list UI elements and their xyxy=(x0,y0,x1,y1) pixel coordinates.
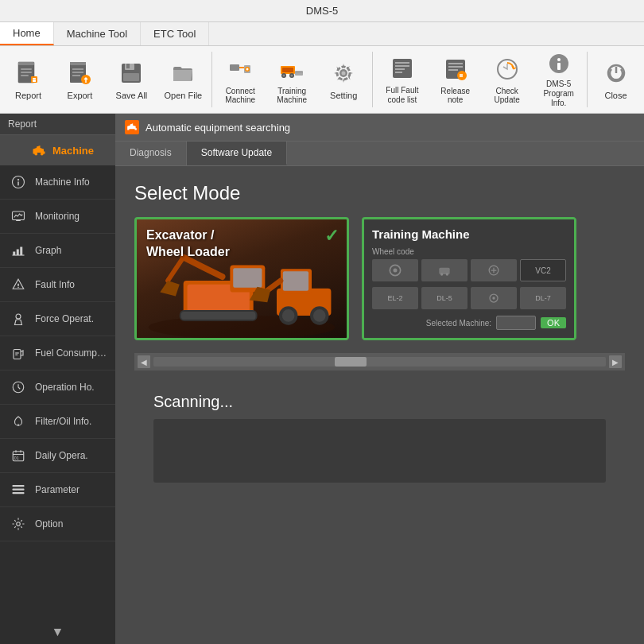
check-update-label: Check Update xyxy=(486,87,528,104)
svg-rect-12 xyxy=(72,75,80,76)
scroll-left[interactable]: ◀ xyxy=(138,355,150,368)
connect-machine-label: Connect Machine xyxy=(219,87,262,104)
report-button[interactable]: Report xyxy=(3,48,53,111)
export-label: Export xyxy=(68,91,93,100)
setting-button[interactable]: Setting xyxy=(319,48,369,111)
sidebar-scroll-down[interactable]: ▼ xyxy=(52,625,64,639)
svg-rect-34 xyxy=(395,62,409,64)
excavator-card[interactable]: Excavator / Wheel Loader ✓ xyxy=(134,217,349,340)
fault-icon xyxy=(388,54,417,83)
selected-machine-label: Selected Machine: xyxy=(426,319,491,328)
sidebar-machine-label: Machine xyxy=(52,145,94,157)
sidebar-item-fault-info[interactable]: Fault Info xyxy=(0,268,115,302)
scroll-track[interactable] xyxy=(153,357,606,367)
save-all-button[interactable]: Save All xyxy=(107,48,157,111)
svg-point-90 xyxy=(446,273,448,275)
svg-rect-10 xyxy=(72,68,83,70)
sidebar-item-parameter[interactable]: Parameter xyxy=(0,473,115,507)
close-button[interactable]: Close xyxy=(591,48,641,111)
excavator-checkmark: ✓ xyxy=(324,226,339,246)
export-button[interactable]: Export xyxy=(55,48,105,111)
svg-rect-54 xyxy=(16,220,21,222)
svg-rect-18 xyxy=(230,64,239,71)
toolbar: Report Export Save All xyxy=(0,46,644,114)
tab-software-update[interactable]: Software Update xyxy=(187,142,287,165)
menu-machine-tool[interactable]: Machine Tool xyxy=(54,22,141,45)
connect-machine-button[interactable]: Connect Machine xyxy=(215,48,266,111)
svg-rect-39 xyxy=(448,63,463,64)
sidebar-item-option[interactable]: Option xyxy=(0,507,115,541)
svg-point-22 xyxy=(246,68,249,71)
scan-progress-box xyxy=(153,419,606,483)
sidebar-item-machine-info[interactable]: Machine Info xyxy=(0,165,115,200)
report-icon xyxy=(14,59,42,87)
svg-point-45 xyxy=(557,58,561,61)
monitoring-sidebar-icon xyxy=(10,208,27,225)
force-sidebar-icon xyxy=(10,310,27,328)
dialog-icon xyxy=(125,120,139,134)
dialog-title-bar: Automatic equipment searching xyxy=(115,114,644,142)
sidebar-item-label: Force Operat. xyxy=(35,313,107,324)
svg-point-89 xyxy=(440,273,443,275)
sidebar-item-label: Operation Ho. xyxy=(35,382,107,393)
option-sidebar-icon xyxy=(10,515,27,533)
scroll-right[interactable]: ▶ xyxy=(609,355,622,368)
sidebar-item-daily[interactable]: 01 Daily Opera. xyxy=(0,439,115,473)
content-area: Automatic equipment searching Diagnosis … xyxy=(115,114,644,644)
svg-rect-52 xyxy=(17,181,19,185)
sidebar-item-graph[interactable]: Graph xyxy=(0,234,115,268)
tabs: Diagnosis Software Update xyxy=(115,142,644,166)
mode-title: Select Mode xyxy=(134,182,625,204)
training-machine-button[interactable]: Training Machine xyxy=(267,48,317,111)
release-note-label: Release note xyxy=(434,87,476,104)
svg-rect-35 xyxy=(395,65,409,67)
svg-rect-77 xyxy=(181,312,256,320)
dms5-info-label: DMS-5 Program Info. xyxy=(537,80,580,108)
release-note-button[interactable]: Release note xyxy=(430,48,480,111)
menu-home[interactable]: Home xyxy=(0,22,54,45)
power-icon xyxy=(602,59,630,87)
export-icon xyxy=(65,59,94,87)
svg-rect-4 xyxy=(21,75,29,76)
sidebar-item-label: Machine Info xyxy=(35,177,107,188)
sidebar-item-operation-hours[interactable]: Operation Ho. xyxy=(0,370,115,405)
svg-point-31 xyxy=(342,72,346,76)
sidebar: Report Machine Machine Info xyxy=(0,114,115,644)
selected-machine-input[interactable] xyxy=(496,316,536,330)
fault-sidebar-icon xyxy=(10,276,27,293)
full-fault-button[interactable]: Full Fault code list xyxy=(376,48,429,111)
menu-etc-tool[interactable]: ETC Tool xyxy=(141,22,209,45)
training-card[interactable]: Training Machine Wheel code xyxy=(362,217,576,340)
scanning-title: Scanning... xyxy=(153,393,606,411)
svg-rect-58 xyxy=(17,284,19,287)
open-file-button[interactable]: Open File xyxy=(158,48,208,111)
svg-rect-19 xyxy=(239,67,244,68)
training-ok-button[interactable]: OK xyxy=(541,317,566,328)
sidebar-item-monitoring[interactable]: Monitoring xyxy=(0,200,115,234)
svg-point-68 xyxy=(17,522,21,526)
main-layout: Report Machine Machine Info xyxy=(0,114,644,644)
setting-label: Setting xyxy=(330,91,357,100)
svg-point-49 xyxy=(41,153,44,156)
svg-point-85 xyxy=(313,309,326,322)
sidebar-header: Machine xyxy=(0,135,115,165)
tab-diagnosis[interactable]: Diagnosis xyxy=(115,142,187,165)
sidebar-item-filter-oil[interactable]: Filter/Oil Info. xyxy=(0,405,115,439)
svg-rect-66 xyxy=(13,489,25,491)
scanning-section: Scanning... xyxy=(134,383,625,492)
svg-rect-16 xyxy=(126,64,130,68)
sidebar-item-fuel[interactable]: Fuel Consumption xyxy=(0,336,115,370)
svg-rect-65 xyxy=(13,485,25,487)
scroll-thumb[interactable] xyxy=(335,357,367,367)
clock-sidebar-icon xyxy=(10,378,27,396)
sidebar-item-label: Fault Info xyxy=(35,279,107,290)
open-file-label: Open File xyxy=(165,91,203,100)
svg-rect-56 xyxy=(17,250,19,256)
sidebar-item-label: Fuel Consumption xyxy=(35,347,107,359)
svg-point-48 xyxy=(34,153,37,156)
svg-rect-88 xyxy=(439,268,449,274)
sidebar-item-force-operat[interactable]: Force Operat. xyxy=(0,302,115,336)
filter-sidebar-icon xyxy=(10,413,27,430)
dms5-info-button[interactable]: DMS-5 Program Info. xyxy=(533,48,584,111)
check-update-button[interactable]: Check Update xyxy=(482,48,532,111)
